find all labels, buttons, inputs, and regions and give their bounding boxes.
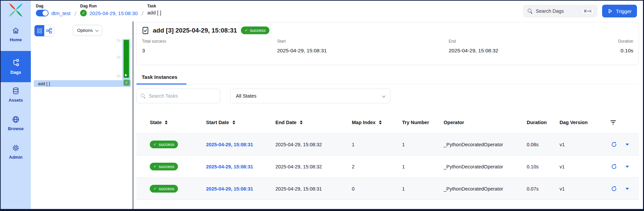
- sidebar-item-dags[interactable]: Dags: [1, 51, 31, 82]
- row-status-badge: ✓success: [150, 141, 178, 148]
- axis-tick-label: 0s: [101, 55, 121, 59]
- sidebar-item-label: Home: [10, 37, 22, 42]
- sidebar-item-home[interactable]: Home: [1, 23, 31, 45]
- row-actions-dropdown[interactable]: [626, 166, 629, 168]
- stat-label: Start: [277, 39, 449, 44]
- sidebar: HomeDagsAssetsBrowseAdmin: [1, 1, 31, 209]
- task-value: add [ ]: [147, 10, 161, 15]
- breadcrumb-separator: /: [74, 10, 77, 17]
- graph-view-button[interactable]: [44, 25, 54, 36]
- search-dags-placeholder: Search Dags: [536, 8, 578, 14]
- stat-value: 2025-04-29, 15:08:31: [277, 48, 449, 54]
- search-shortcut-kbd: ⌘+K: [581, 8, 594, 14]
- row-dag-version: v1: [560, 164, 610, 169]
- summary-stats: Total success3Start2025-04-29, 15:08:31E…: [142, 39, 633, 54]
- column-header-map-index[interactable]: Map Index: [352, 120, 402, 125]
- row-try-number: 1: [402, 186, 444, 192]
- check-icon: ✓: [245, 28, 248, 33]
- view-toggle: [34, 25, 54, 37]
- column-header-start-date[interactable]: Start Date: [206, 120, 275, 125]
- column-header-dag-version: Dag Version: [560, 120, 610, 125]
- table-row: ✓success2025-04-29, 15:08:312025-04-29, …: [136, 134, 639, 156]
- table-header-row: StateStart DateEnd DateMap IndexTry Numb…: [136, 111, 639, 134]
- row-actions-dropdown[interactable]: [626, 188, 629, 190]
- grid-view-button[interactable]: [35, 25, 44, 36]
- row-end-date: 2025-04-29, 15:08:31: [275, 186, 352, 192]
- stat-label: Duration: [618, 39, 633, 44]
- breadcrumb-dag: Dag dtm_test: [36, 4, 71, 16]
- state-filter-select[interactable]: All States: [230, 89, 390, 103]
- task-summary-card: add [3] 2025-04-29, 15:08:31 ✓ success T…: [136, 22, 639, 65]
- row-start-date-link[interactable]: 2025-04-29, 15:08:31: [206, 186, 275, 192]
- options-label: Options: [77, 28, 93, 33]
- task-row-label: add [ ]: [38, 81, 50, 86]
- row-map-index: 0: [352, 186, 402, 192]
- row-duration: 0.08s: [527, 142, 560, 147]
- column-label: Dag Version: [560, 120, 588, 125]
- column-header-state[interactable]: State: [150, 120, 206, 125]
- dag-label: Dag: [36, 4, 71, 8]
- sort-icon[interactable]: [233, 120, 235, 124]
- clear-task-button[interactable]: [611, 186, 617, 192]
- stat-value: 2025-04-29, 15:08:32: [449, 48, 618, 54]
- breadcrumb-separator: /: [141, 10, 144, 17]
- grid-icon: [37, 29, 42, 33]
- search-icon: [141, 94, 145, 98]
- stat-value: 0.10s: [618, 48, 633, 54]
- row-map-index: 2: [352, 164, 402, 169]
- manual-run-icon: [125, 74, 127, 76]
- task-row-add[interactable]: add [ ]: [34, 80, 131, 87]
- task-instance-success-cell[interactable]: ✓: [123, 80, 130, 86]
- column-label: Map Index: [352, 120, 376, 125]
- stat-total-success: Total success3: [142, 39, 277, 54]
- run-duration-bar[interactable]: [124, 40, 129, 78]
- sidebar-item-admin[interactable]: Admin: [1, 141, 31, 162]
- row-start-date-link[interactable]: 2025-04-29, 15:08:31: [206, 164, 275, 169]
- dag-run-link[interactable]: 2025-04-29, 15:08:30: [89, 10, 137, 16]
- column-header-try-number: Try Number: [402, 120, 444, 125]
- clear-task-button[interactable]: [611, 164, 617, 169]
- column-label: Start Date: [206, 120, 229, 125]
- trigger-button[interactable]: Trigger: [602, 5, 637, 17]
- clear-task-button[interactable]: [611, 142, 617, 147]
- sort-icon[interactable]: [300, 120, 303, 124]
- stat-label: End: [449, 39, 618, 44]
- search-tasks-placeholder: Search Tasks: [149, 93, 178, 99]
- chevron-down-icon: [95, 29, 99, 32]
- row-actions-dropdown[interactable]: [626, 144, 629, 146]
- search-dags-input[interactable]: Search Dags ⌘+K: [523, 5, 597, 17]
- admin-icon: [11, 144, 20, 152]
- sidebar-item-assets[interactable]: Assets: [1, 84, 31, 105]
- row-end-date: 2025-04-29, 15:08:32: [275, 164, 352, 169]
- column-header-end-date[interactable]: End Date: [275, 120, 352, 125]
- sidebar-item-label: Browse: [8, 126, 24, 131]
- search-icon: [528, 9, 532, 13]
- airflow-ui: HomeDagsAssetsBrowseAdmin Dag dtm_test /…: [1, 1, 643, 209]
- tab-task-instances[interactable]: Task Instances: [136, 74, 183, 84]
- dag-link[interactable]: dtm_test: [51, 10, 71, 16]
- column-label: Try Number: [402, 120, 429, 125]
- row-status-badge: ✓success: [150, 185, 178, 193]
- trigger-label: Trigger: [616, 8, 632, 14]
- column-label: End Date: [275, 120, 297, 125]
- sidebar-item-browse[interactable]: Browse: [1, 112, 31, 134]
- search-tasks-input[interactable]: Search Tasks: [136, 89, 220, 103]
- row-end-date: 2025-04-29, 15:08:32: [275, 142, 352, 147]
- row-start-date-link[interactable]: 2025-04-29, 15:08:31: [206, 142, 275, 147]
- check-icon: ✓: [153, 187, 156, 191]
- tab-bar: Task Instances: [136, 71, 639, 84]
- home-icon: [11, 26, 20, 35]
- run-success-icon: ✓: [80, 10, 87, 16]
- sort-icon[interactable]: [379, 120, 382, 124]
- grid-panel: Options 0s0s0s add [ ] ✓: [31, 21, 132, 209]
- row-operator: _PythonDecoratedOperator: [444, 142, 527, 147]
- options-dropdown[interactable]: Options: [73, 25, 102, 36]
- filter-columns-icon[interactable]: [610, 120, 616, 124]
- row-try-number: 1: [402, 164, 444, 169]
- sidebar-item-label: Assets: [9, 98, 23, 103]
- sort-icon[interactable]: [165, 120, 168, 124]
- column-header-operator: Operator: [444, 120, 527, 125]
- dag-pause-toggle[interactable]: [36, 10, 49, 16]
- browse-icon: [11, 115, 20, 124]
- airflow-logo-icon[interactable]: [8, 3, 23, 17]
